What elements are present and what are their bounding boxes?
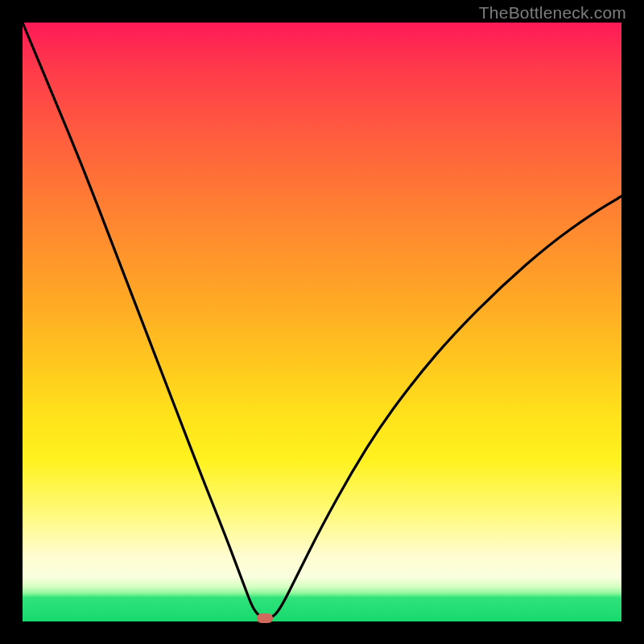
curve-path — [23, 23, 621, 618]
chart-frame: TheBottleneck.com — [0, 0, 644, 644]
bottleneck-curve — [23, 23, 621, 621]
plot-area — [23, 23, 621, 621]
optimal-marker — [257, 613, 273, 623]
watermark-text: TheBottleneck.com — [479, 3, 626, 23]
